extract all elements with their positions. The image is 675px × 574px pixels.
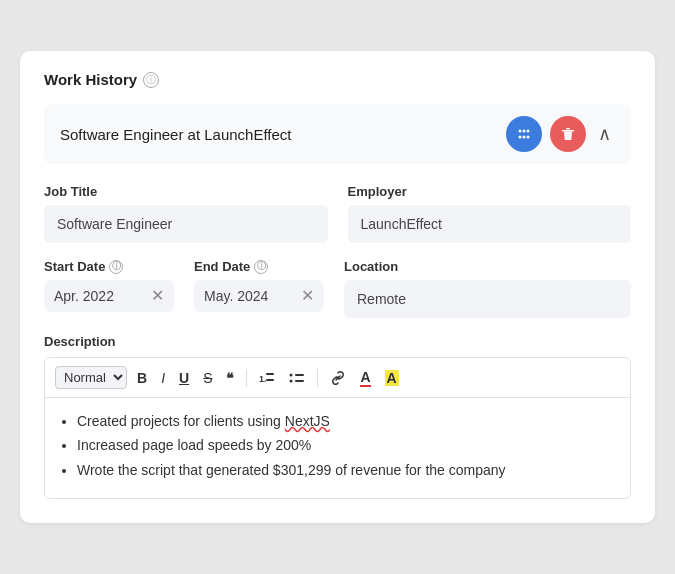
svg-point-1 xyxy=(523,130,526,133)
bold-button[interactable]: B xyxy=(133,368,151,388)
editor-content[interactable]: Created projects for clients using NextJ… xyxy=(45,398,630,498)
job-title-label: Job Title xyxy=(44,184,328,199)
start-date-value: Apr. 2022 xyxy=(54,288,143,304)
end-date-value: May. 2024 xyxy=(204,288,293,304)
employer-label: Employer xyxy=(348,184,632,199)
section-title: Work History xyxy=(44,71,137,88)
svg-point-0 xyxy=(519,130,522,133)
svg-rect-14 xyxy=(295,380,304,382)
svg-point-4 xyxy=(523,136,526,139)
info-icon[interactable]: ⓘ xyxy=(143,72,159,88)
description-label: Description xyxy=(44,334,631,349)
svg-text:1.: 1. xyxy=(259,374,267,384)
nextjs-link: NextJS xyxy=(285,413,330,429)
toolbar-divider-2 xyxy=(317,369,318,387)
italic-button[interactable]: I xyxy=(157,368,169,388)
end-date-group: End Date ⓘ May. 2024 ✕ xyxy=(194,259,324,318)
start-date-clear[interactable]: ✕ xyxy=(151,288,164,304)
location-group: Location xyxy=(344,259,631,318)
end-date-info-icon[interactable]: ⓘ xyxy=(254,260,268,274)
svg-rect-10 xyxy=(266,379,274,381)
title-employer-grid: Job Title Employer xyxy=(44,184,631,243)
svg-point-5 xyxy=(527,136,530,139)
delete-button[interactable] xyxy=(550,116,586,152)
start-date-label: Start Date ⓘ xyxy=(44,259,174,274)
end-date-input-wrap[interactable]: May. 2024 ✕ xyxy=(194,280,324,312)
editor-wrap: Normal B I U S ❝ 1. xyxy=(44,357,631,499)
style-select[interactable]: Normal xyxy=(55,366,127,389)
quote-button[interactable]: ❝ xyxy=(222,368,238,388)
svg-point-11 xyxy=(290,373,293,376)
description-section: Description Normal B I U S ❝ 1. xyxy=(44,334,631,499)
section-header: Work History ⓘ xyxy=(44,71,631,88)
bullet-2: Increased page load speeds by 200% xyxy=(77,434,616,456)
bullet-3: Wrote the script that generated $301,299… xyxy=(77,459,616,481)
ordered-list-button[interactable]: 1. xyxy=(255,368,279,388)
highlight-button[interactable]: A xyxy=(381,368,403,388)
svg-rect-12 xyxy=(295,374,304,376)
job-title-input[interactable] xyxy=(44,205,328,243)
start-date-group: Start Date ⓘ Apr. 2022 ✕ xyxy=(44,259,174,318)
end-date-clear[interactable]: ✕ xyxy=(301,288,314,304)
strikethrough-button[interactable]: S xyxy=(199,368,216,388)
svg-point-3 xyxy=(519,136,522,139)
job-row: Software Engineer at LaunchEffect xyxy=(44,104,631,164)
dates-location-row: Start Date ⓘ Apr. 2022 ✕ End Date ⓘ May.… xyxy=(44,259,631,318)
employer-group: Employer xyxy=(348,184,632,243)
start-date-info-icon[interactable]: ⓘ xyxy=(109,260,123,274)
job-title-group: Job Title xyxy=(44,184,328,243)
toolbar-divider-1 xyxy=(246,369,247,387)
job-title-header: Software Engineer at LaunchEffect xyxy=(60,126,292,143)
start-date-input-wrap[interactable]: Apr. 2022 ✕ xyxy=(44,280,174,312)
svg-point-2 xyxy=(527,130,530,133)
svg-rect-9 xyxy=(266,373,274,375)
svg-rect-6 xyxy=(562,130,574,132)
font-color-button[interactable]: A xyxy=(356,367,374,389)
svg-rect-7 xyxy=(566,128,570,130)
employer-input[interactable] xyxy=(348,205,632,243)
end-date-label: End Date ⓘ xyxy=(194,259,324,274)
work-history-card: Work History ⓘ Software Engineer at Laun… xyxy=(20,51,655,523)
svg-point-13 xyxy=(290,379,293,382)
underline-button[interactable]: U xyxy=(175,368,193,388)
bullet-1: Created projects for clients using NextJ… xyxy=(77,410,616,432)
collapse-button[interactable]: ∧ xyxy=(594,123,615,145)
dots-button[interactable] xyxy=(506,116,542,152)
job-actions: ∧ xyxy=(506,116,615,152)
location-label: Location xyxy=(344,259,631,274)
editor-toolbar: Normal B I U S ❝ 1. xyxy=(45,358,630,398)
location-input[interactable] xyxy=(344,280,631,318)
unordered-list-button[interactable] xyxy=(285,368,309,388)
link-button[interactable] xyxy=(326,368,350,388)
